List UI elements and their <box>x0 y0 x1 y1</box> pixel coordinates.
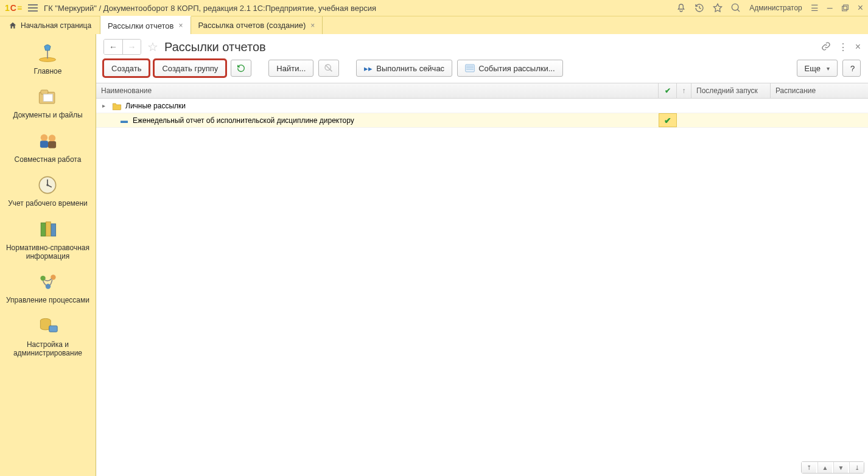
svg-rect-5 <box>44 94 53 102</box>
th-sort-icon[interactable]: ↑ <box>677 83 691 98</box>
table-header: Наименование ✔ ↑ Последний запуск Распис… <box>96 83 868 99</box>
help-button-label: ? <box>850 64 855 73</box>
chevron-down-icon: ▾ <box>827 65 830 72</box>
server-icon <box>37 316 59 337</box>
item-icon: ▬ <box>121 116 128 125</box>
more-button[interactable]: Еще ▾ <box>797 60 838 77</box>
people-icon <box>37 131 59 152</box>
mailing-events-label: События рассылки... <box>478 64 555 73</box>
clock-icon <box>37 175 58 195</box>
find-button-label: Найти... <box>276 64 306 73</box>
folder-icon <box>37 86 58 107</box>
process-icon <box>37 271 59 292</box>
link-icon[interactable] <box>821 41 831 53</box>
th-lastrun[interactable]: Последний запуск <box>691 83 771 98</box>
clear-filter-button[interactable] <box>318 60 339 77</box>
nav-buttons: ← → <box>103 39 141 55</box>
nav-forward-button[interactable]: → <box>122 40 141 54</box>
content-area: ← → ☆ Рассылки отчетов ⋮ × Создать Созда… <box>96 34 868 476</box>
scroll-down-button[interactable]: ▼ <box>833 462 848 473</box>
table: Наименование ✔ ↑ Последний запуск Распис… <box>96 83 868 476</box>
favorite-star-icon[interactable]: ☆ <box>147 40 158 54</box>
scroll-up-button[interactable]: ▲ <box>817 462 832 473</box>
expand-icon[interactable]: ▸ <box>102 102 108 109</box>
sidebar-item-label: Настройка и администрирование <box>4 340 92 358</box>
close-panel-icon[interactable]: × <box>855 41 861 53</box>
tabs-bar: Начальная страница Рассылки отчетов × Ра… <box>0 16 868 34</box>
mailing-events-button[interactable]: События рассылки... <box>457 60 562 77</box>
execute-now-button[interactable]: ▸▸ Выполнить сейчас <box>356 60 452 77</box>
toolbar: Создать Создать группу Найти... ▸▸ Выпол… <box>96 57 868 83</box>
refresh-icon <box>236 63 246 73</box>
sidebar-item-label: Документы и файлы <box>13 111 82 119</box>
table-scroll-controls: ⤒ ▲ ▼ ⤓ <box>801 461 864 474</box>
svg-rect-1 <box>843 5 848 10</box>
tab-label: Рассылка отчетов (создание) <box>198 21 306 30</box>
panel-icon[interactable]: ☰ <box>811 3 819 13</box>
svg-rect-12 <box>41 223 46 236</box>
close-icon[interactable]: × <box>858 2 863 13</box>
close-icon[interactable]: × <box>310 21 315 30</box>
more-button-label: Еще <box>805 64 821 73</box>
svg-rect-13 <box>46 222 51 236</box>
sidebar-item-documents[interactable]: Документы и файлы <box>9 86 86 119</box>
svg-rect-14 <box>51 223 56 236</box>
refresh-button[interactable] <box>231 60 251 77</box>
home-tab[interactable]: Начальная страница <box>0 16 100 34</box>
tab-reports-mailing[interactable]: Рассылки отчетов × <box>100 16 191 34</box>
minimize-icon[interactable]: – <box>827 2 833 13</box>
home-icon <box>9 21 17 30</box>
search-icon[interactable] <box>731 3 741 13</box>
svg-rect-7 <box>40 141 47 147</box>
close-icon[interactable]: × <box>178 21 183 30</box>
nav-back-button[interactable]: ← <box>104 40 122 54</box>
svg-rect-9 <box>48 141 56 148</box>
user-name[interactable]: Администратор <box>749 4 802 12</box>
help-button[interactable]: ? <box>842 60 861 77</box>
tab-label: Рассылки отчетов <box>108 21 173 30</box>
scroll-top-button[interactable]: ⤒ <box>802 462 816 473</box>
maximize-icon[interactable] <box>841 4 849 12</box>
svg-point-8 <box>48 135 55 141</box>
sidebar-item-main[interactable]: Главное <box>30 43 66 75</box>
create-button[interactable]: Создать <box>103 60 149 77</box>
star-icon[interactable] <box>713 3 723 13</box>
th-flag[interactable]: ✔ <box>659 83 677 98</box>
filter-off-icon <box>324 63 334 73</box>
svg-rect-21 <box>466 65 475 72</box>
th-schedule[interactable]: Расписание <box>771 83 868 98</box>
sidebar-item-label: Главное <box>34 67 62 75</box>
tab-report-mailing-create[interactable]: Рассылка отчетов (создание) × <box>191 16 323 34</box>
svg-point-6 <box>40 134 47 141</box>
sidebar-item-reference[interactable]: Нормативно-справочная информация <box>0 219 96 261</box>
kebab-menu-icon[interactable]: ⋮ <box>838 41 848 53</box>
create-group-button[interactable]: Создать группу <box>154 60 226 77</box>
books-icon <box>37 219 59 240</box>
sidebar-item-label: Учет рабочего времени <box>8 199 88 208</box>
row-flag-cell: ✔ <box>659 113 677 127</box>
sidebar-item-timetracking[interactable]: Учет рабочего времени <box>4 175 91 208</box>
group-label: Личные рассылки <box>125 102 186 110</box>
sidebar-item-settings[interactable]: Настройка и администрирование <box>0 316 96 358</box>
sidebar-item-label: Управление процессами <box>6 296 89 304</box>
history-icon[interactable] <box>695 3 704 13</box>
scroll-bottom-button[interactable]: ⤓ <box>849 462 864 473</box>
find-button[interactable]: Найти... <box>268 60 313 77</box>
execute-now-label: Выполнить сейчас <box>376 64 444 73</box>
page-title: Рассылки отчетов <box>164 40 266 54</box>
create-group-button-label: Создать группу <box>162 64 218 73</box>
svg-rect-0 <box>842 6 847 11</box>
create-button-label: Создать <box>111 64 141 73</box>
table-group-row[interactable]: ▸ Личные рассылки <box>96 99 868 113</box>
main-menu-button[interactable] <box>28 4 38 12</box>
sidebar-item-label: Совместная работа <box>15 155 82 164</box>
table-row[interactable]: ▬ Еженедельный отчет об исполнительской … <box>96 113 868 128</box>
sidebar: Главное Документы и файлы Совместная раб… <box>0 34 96 476</box>
bell-icon[interactable] <box>676 3 686 13</box>
sidebar-item-processes[interactable]: Управление процессами <box>2 271 93 304</box>
sidebar-item-label: Нормативно-справочная информация <box>4 243 92 261</box>
sidebar-item-collaboration[interactable]: Совместная работа <box>11 131 85 164</box>
th-name[interactable]: Наименование <box>96 83 659 98</box>
home-tab-label: Начальная страница <box>21 21 91 30</box>
row-name: Еженедельный отчет об исполнительской ди… <box>133 116 354 125</box>
